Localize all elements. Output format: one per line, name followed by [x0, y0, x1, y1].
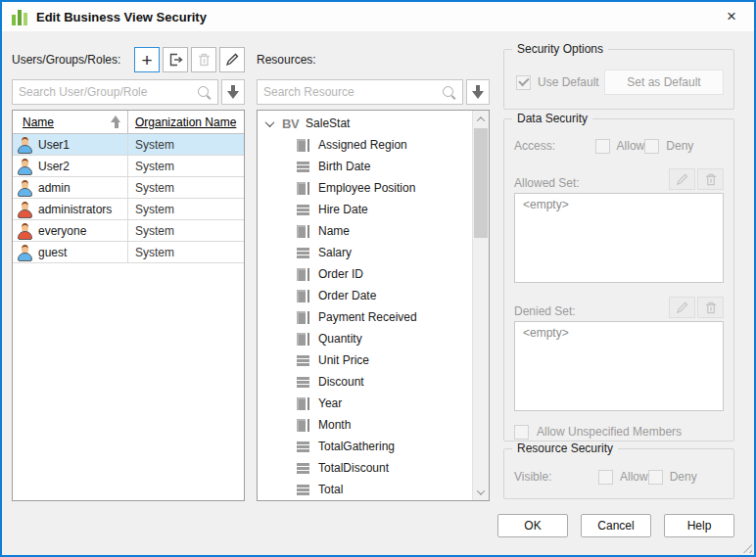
- users-toolbar: +: [134, 47, 245, 72]
- table-row[interactable]: guest System: [13, 242, 244, 263]
- resize-grip[interactable]: [739, 540, 752, 553]
- user-name: User2: [38, 160, 70, 173]
- user-search-go-button[interactable]: [221, 79, 245, 105]
- tree-item[interactable]: Unit Price: [258, 349, 471, 371]
- add-icon: +: [141, 51, 152, 70]
- close-icon[interactable]: ×: [719, 5, 744, 28]
- dimension-icon: [297, 333, 309, 346]
- clear-allowed-set-button[interactable]: [697, 168, 724, 190]
- tree-item[interactable]: Salary: [258, 242, 471, 263]
- data-security-title: Data Security: [512, 112, 592, 125]
- dimension-icon: [297, 290, 309, 302]
- tree-item[interactable]: Assigned Region: [258, 134, 471, 156]
- edit-allowed-set-button[interactable]: [669, 168, 695, 190]
- user-blue-icon: [17, 180, 32, 196]
- user-blue-icon: [17, 137, 32, 153]
- table-row[interactable]: User2 System: [13, 156, 244, 177]
- tree-item[interactable]: Hire Date: [258, 199, 471, 220]
- tree-scrollbar[interactable]: [472, 111, 489, 500]
- user-search-box: [12, 79, 218, 105]
- tree-item-label: Quantity: [318, 332, 362, 346]
- measure-icon: [297, 205, 309, 215]
- trash-icon: [198, 53, 211, 67]
- tree-item-label: Salary: [318, 246, 352, 259]
- dimension-icon: [297, 182, 309, 195]
- denied-set-list[interactable]: <empty>: [514, 321, 724, 411]
- resource-security-title: Resource Security: [512, 441, 618, 455]
- dimension-icon: [297, 419, 309, 432]
- edit-user-button[interactable]: [219, 47, 245, 72]
- table-row[interactable]: everyone System: [13, 220, 244, 242]
- access-label: Access:: [514, 139, 595, 153]
- tree-item[interactable]: Name: [258, 220, 471, 242]
- edit-icon: [676, 302, 688, 314]
- tree-item[interactable]: Employee Position: [258, 177, 471, 199]
- table-row[interactable]: admin System: [13, 177, 244, 199]
- edit-denied-set-button[interactable]: [669, 297, 695, 318]
- tree-item-label: TotalGathering: [318, 440, 395, 453]
- allowed-set-list[interactable]: <empty>: [514, 193, 724, 283]
- visible-deny-checkbox[interactable]: [648, 470, 663, 485]
- tree-item[interactable]: Quantity: [258, 328, 471, 349]
- down-arrow-icon: [472, 85, 485, 99]
- tree-item[interactable]: Month: [258, 414, 471, 436]
- tree-item[interactable]: Payment Received: [258, 306, 471, 328]
- tree-item-label: Name: [318, 224, 350, 238]
- tree-item[interactable]: Total: [258, 479, 471, 500]
- tree-root-label: SaleStat: [306, 116, 350, 130]
- tree-item[interactable]: TotalGathering: [258, 436, 471, 457]
- measure-icon: [297, 441, 309, 452]
- cancel-button[interactable]: Cancel: [581, 514, 651, 537]
- allow-unspecified-checkbox[interactable]: [514, 425, 529, 440]
- resources-panel: Resources: BV SaleStat Assigned Region B…: [257, 45, 490, 501]
- visible-label: Visible:: [514, 470, 598, 484]
- add-user-button[interactable]: +: [134, 47, 160, 72]
- column-header-organization[interactable]: Organization Name: [128, 111, 244, 133]
- resource-security-group: Resource Security Visible: Allow Deny: [503, 448, 734, 499]
- tree-item[interactable]: Order ID: [258, 263, 471, 285]
- titlebar: Edit Business View Security ×: [2, 2, 754, 31]
- help-button[interactable]: Help: [664, 514, 734, 537]
- access-deny-checkbox[interactable]: [644, 139, 659, 154]
- resource-search-box: [257, 79, 463, 105]
- tree-item[interactable]: Year: [258, 393, 471, 414]
- edit-icon: [676, 173, 688, 186]
- access-allow-checkbox[interactable]: [595, 139, 610, 154]
- access-deny-label: Deny: [666, 139, 693, 153]
- dimension-icon: [297, 268, 309, 281]
- user-name: guest: [38, 246, 67, 259]
- dimension-icon: [297, 225, 309, 238]
- tree-root-salestat[interactable]: BV SaleStat: [258, 113, 471, 134]
- column-header-name[interactable]: Name: [13, 111, 128, 133]
- resource-search-go-button[interactable]: [466, 79, 490, 105]
- export-user-icon: [168, 53, 183, 67]
- ok-button[interactable]: OK: [497, 514, 568, 537]
- tree-item[interactable]: Order Date: [258, 285, 471, 306]
- user-red-icon: [17, 223, 32, 239]
- visible-allow-checkbox[interactable]: [598, 470, 613, 485]
- tree-item[interactable]: TotalDiscount: [258, 457, 471, 479]
- denied-set-label: Denied Set:: [514, 304, 576, 318]
- user-search-input[interactable]: [19, 85, 197, 99]
- set-as-default-button[interactable]: Set as Default: [604, 70, 724, 95]
- tree-item[interactable]: Discount: [258, 371, 471, 393]
- delete-user-button[interactable]: [191, 47, 216, 72]
- search-icon: [442, 85, 456, 100]
- scrollbar-thumb[interactable]: [474, 128, 488, 238]
- export-user-button[interactable]: [163, 47, 188, 72]
- security-options-group: Security Options Use Default Set as Defa…: [503, 49, 734, 110]
- tree-item-label: Month: [318, 418, 351, 432]
- edit-icon: [225, 53, 239, 67]
- table-row[interactable]: administrators System: [13, 199, 244, 220]
- scroll-up-icon[interactable]: [473, 111, 489, 127]
- clear-denied-set-button[interactable]: [697, 297, 724, 318]
- denied-set-value: <empty>: [523, 326, 569, 340]
- resource-search-input[interactable]: [263, 85, 442, 99]
- use-default-checkbox[interactable]: [516, 75, 531, 90]
- scroll-down-icon[interactable]: [473, 484, 489, 500]
- dialog-title: Edit Business View Security: [36, 10, 207, 24]
- tree-item[interactable]: Birth Date: [258, 156, 471, 177]
- chevron-down-icon[interactable]: [265, 117, 275, 127]
- trash-icon: [705, 173, 717, 186]
- table-row[interactable]: User1 System: [13, 134, 244, 156]
